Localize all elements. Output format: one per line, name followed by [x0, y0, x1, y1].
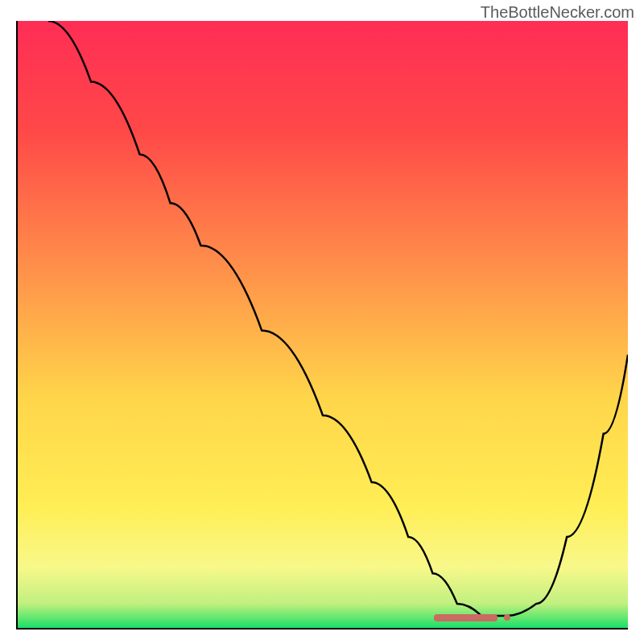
chart-plot-area [16, 21, 628, 630]
bottleneck-curve-line [18, 21, 628, 628]
watermark-text: TheBottleNecker.com [481, 3, 634, 22]
optimal-range-end-dot [504, 614, 510, 621]
optimal-range-marker [434, 614, 497, 621]
